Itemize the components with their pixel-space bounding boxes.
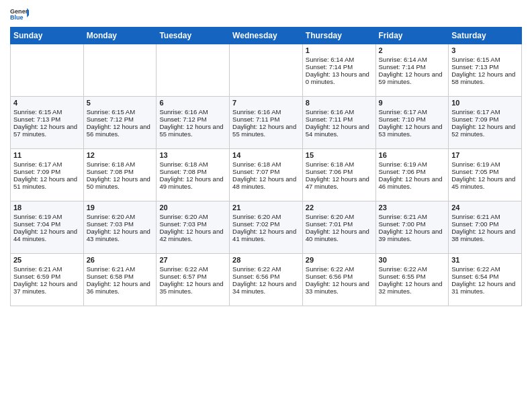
logo-icon: General Blue: [10, 7, 29, 21]
daylight-text: Daylight: 12 hours and 47 minutes.: [306, 175, 369, 190]
daylight-text: Daylight: 12 hours and 41 minutes.: [232, 228, 296, 242]
sunrise-text: Sunrise: 6:14 AM: [306, 56, 354, 63]
day-number: 23: [379, 203, 446, 212]
sunset-text: Sunset: 6:56 PM: [306, 273, 353, 280]
sunset-text: Sunset: 7:09 PM: [13, 168, 60, 175]
daylight-text: Daylight: 12 hours and 56 minutes.: [87, 123, 150, 138]
calendar-cell: 16 Sunrise: 6:19 AM Sunset: 7:06 PM Dayl…: [375, 149, 449, 201]
calendar-cell: 27 Sunrise: 6:22 AM Sunset: 6:57 PM Dayl…: [157, 254, 230, 306]
week-row-3: 11 Sunrise: 6:17 AM Sunset: 7:09 PM Dayl…: [11, 149, 522, 201]
sunset-text: Sunset: 7:04 PM: [13, 220, 60, 228]
daylight-text: Daylight: 12 hours and 58 minutes.: [451, 71, 515, 85]
daylight-text: Daylight: 12 hours and 46 minutes.: [379, 175, 443, 190]
calendar-cell: 15 Sunrise: 6:18 AM Sunset: 7:06 PM Dayl…: [302, 149, 375, 201]
sunrise-text: Sunrise: 6:22 AM: [379, 265, 427, 273]
sunset-text: Sunset: 6:54 PM: [451, 273, 498, 280]
calendar-cell: 22 Sunrise: 6:20 AM Sunset: 7:01 PM Dayl…: [302, 201, 375, 254]
day-number: 27: [159, 256, 226, 264]
sunrise-text: Sunrise: 6:15 AM: [451, 56, 500, 63]
daylight-text: Daylight: 12 hours and 42 minutes.: [159, 228, 223, 242]
day-number: 31: [451, 256, 519, 264]
calendar-cell: 18 Sunrise: 6:19 AM Sunset: 7:04 PM Dayl…: [11, 201, 84, 254]
daylight-text: Daylight: 12 hours and 52 minutes.: [451, 123, 515, 138]
day-number: 20: [159, 203, 226, 212]
day-number: 21: [232, 203, 300, 212]
sunset-text: Sunset: 7:07 PM: [232, 168, 279, 175]
sunrise-text: Sunrise: 6:17 AM: [451, 108, 500, 116]
sunset-text: Sunset: 7:03 PM: [159, 220, 206, 228]
sunrise-text: Sunrise: 6:22 AM: [159, 265, 208, 273]
daylight-text: Daylight: 12 hours and 57 minutes.: [13, 123, 77, 138]
sunrise-text: Sunrise: 6:21 AM: [451, 213, 500, 220]
calendar-cell: 24 Sunrise: 6:21 AM Sunset: 7:00 PM Dayl…: [449, 201, 522, 254]
day-number: 22: [306, 203, 373, 212]
calendar-cell: 11 Sunrise: 6:17 AM Sunset: 7:09 PM Dayl…: [11, 149, 84, 201]
calendar-cell: 17 Sunrise: 6:19 AM Sunset: 7:05 PM Dayl…: [449, 149, 522, 201]
sunset-text: Sunset: 7:02 PM: [232, 220, 279, 228]
calendar-table: SundayMondayTuesdayWednesdayThursdayFrid…: [10, 27, 522, 306]
day-number: 15: [306, 151, 373, 159]
daylight-text: Daylight: 12 hours and 38 minutes.: [451, 228, 515, 242]
calendar-cell: 3 Sunrise: 6:15 AM Sunset: 7:13 PM Dayli…: [449, 44, 522, 97]
sunrise-text: Sunrise: 6:18 AM: [232, 161, 281, 168]
calendar-cell: 12 Sunrise: 6:18 AM Sunset: 7:08 PM Dayl…: [83, 149, 157, 201]
sunset-text: Sunset: 7:09 PM: [451, 116, 498, 123]
day-number: 5: [87, 99, 154, 107]
day-number: 4: [13, 99, 81, 107]
logo: General Blue: [10, 7, 29, 21]
day-number: 19: [87, 203, 154, 212]
calendar-cell: 14 Sunrise: 6:18 AM Sunset: 7:07 PM Dayl…: [230, 149, 303, 201]
sunrise-text: Sunrise: 6:21 AM: [379, 213, 427, 220]
sunset-text: Sunset: 6:56 PM: [232, 273, 279, 280]
sunrise-text: Sunrise: 6:17 AM: [379, 108, 427, 116]
sunset-text: Sunset: 7:12 PM: [159, 116, 206, 123]
daylight-text: Daylight: 12 hours and 51 minutes.: [13, 175, 77, 190]
daylight-text: Daylight: 12 hours and 55 minutes.: [159, 123, 223, 138]
sunrise-text: Sunrise: 6:20 AM: [87, 213, 135, 220]
calendar-cell: 2 Sunrise: 6:14 AM Sunset: 7:14 PM Dayli…: [375, 44, 449, 97]
sunrise-text: Sunrise: 6:19 AM: [451, 161, 500, 168]
daylight-text: Daylight: 12 hours and 34 minutes.: [232, 280, 296, 295]
week-row-5: 25 Sunrise: 6:21 AM Sunset: 6:59 PM Dayl…: [11, 254, 522, 306]
daylight-text: Daylight: 12 hours and 33 minutes.: [306, 280, 369, 295]
daylight-text: Daylight: 13 hours and 0 minutes.: [306, 71, 369, 85]
day-number: 14: [232, 151, 300, 159]
sunset-text: Sunset: 7:08 PM: [87, 168, 134, 175]
sunrise-text: Sunrise: 6:14 AM: [379, 56, 427, 63]
calendar-cell: 25 Sunrise: 6:21 AM Sunset: 6:59 PM Dayl…: [11, 254, 84, 306]
header-area: General Blue: [10, 7, 522, 21]
sunset-text: Sunset: 6:59 PM: [13, 273, 60, 280]
calendar-cell: 28 Sunrise: 6:22 AM Sunset: 6:56 PM Dayl…: [230, 254, 303, 306]
sunset-text: Sunset: 6:57 PM: [159, 273, 206, 280]
day-number: 10: [451, 99, 519, 107]
daylight-text: Daylight: 12 hours and 39 minutes.: [379, 228, 443, 242]
day-number: 30: [379, 256, 446, 264]
sunset-text: Sunset: 7:03 PM: [87, 220, 134, 228]
sunrise-text: Sunrise: 6:15 AM: [13, 108, 62, 116]
daylight-text: Daylight: 12 hours and 50 minutes.: [87, 175, 150, 190]
daylight-text: Daylight: 12 hours and 43 minutes.: [87, 228, 150, 242]
calendar-header-row: SundayMondayTuesdayWednesdayThursdayFrid…: [11, 28, 522, 44]
sunset-text: Sunset: 7:11 PM: [232, 116, 279, 123]
sunset-text: Sunset: 7:13 PM: [451, 63, 498, 71]
calendar-cell: 29 Sunrise: 6:22 AM Sunset: 6:56 PM Dayl…: [302, 254, 375, 306]
sunrise-text: Sunrise: 6:22 AM: [306, 265, 354, 273]
sunset-text: Sunset: 7:12 PM: [87, 116, 134, 123]
day-number: 18: [13, 203, 81, 212]
header-thursday: Thursday: [302, 28, 375, 44]
daylight-text: Daylight: 12 hours and 32 minutes.: [379, 280, 443, 295]
day-number: 28: [232, 256, 300, 264]
week-row-4: 18 Sunrise: 6:19 AM Sunset: 7:04 PM Dayl…: [11, 201, 522, 254]
calendar-cell: [230, 44, 303, 97]
sunrise-text: Sunrise: 6:17 AM: [13, 161, 62, 168]
header-wednesday: Wednesday: [230, 28, 303, 44]
sunrise-text: Sunrise: 6:18 AM: [159, 161, 208, 168]
calendar-cell: 26 Sunrise: 6:21 AM Sunset: 6:58 PM Dayl…: [83, 254, 157, 306]
sunset-text: Sunset: 7:13 PM: [13, 116, 60, 123]
sunset-text: Sunset: 7:01 PM: [306, 220, 353, 228]
sunset-text: Sunset: 6:55 PM: [379, 273, 426, 280]
calendar-cell: 8 Sunrise: 6:16 AM Sunset: 7:11 PM Dayli…: [302, 97, 375, 149]
daylight-text: Daylight: 12 hours and 49 minutes.: [159, 175, 223, 190]
day-number: 16: [379, 151, 446, 159]
sunrise-text: Sunrise: 6:22 AM: [451, 265, 500, 273]
